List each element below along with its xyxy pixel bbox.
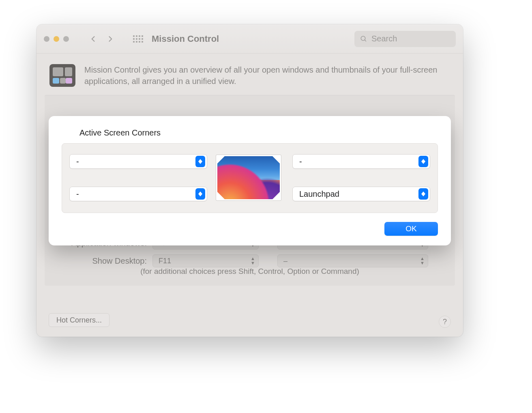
chevron-updown-icon: ▲▼ [251,256,255,265]
corner-marker-icon [272,156,280,163]
zoom-window-button[interactable] [63,36,69,42]
close-window-button[interactable] [44,36,49,42]
top-left-corner-select[interactable]: - [69,154,207,169]
shortcut-hint: (for additional choices press Shift, Con… [45,267,455,276]
chevron-updown-icon [195,188,205,200]
chevron-updown-icon [418,188,428,200]
titlebar: Mission Control Search [36,24,463,54]
forward-button[interactable] [105,33,116,45]
pane-description: Mission Control gives you an overview of… [84,64,450,87]
pane-header: Mission Control gives you an overview of… [36,54,463,95]
svg-point-0 [361,36,365,41]
hot-corners-sheet: Active Screen Corners - - [49,116,451,245]
chevron-updown-icon [418,156,428,167]
show-desktop-key-select[interactable]: F11 ▲▼ [152,254,259,267]
chevron-updown-icon: ▲▼ [420,256,425,265]
search-field[interactable]: Search [354,31,456,47]
hot-corners-button[interactable]: Hot Corners... [49,313,109,327]
corner-marker-icon [217,156,225,163]
back-button[interactable] [88,33,99,45]
ok-button[interactable]: OK [384,222,438,236]
corner-marker-icon [272,192,280,199]
sheet-title: Active Screen Corners [79,128,438,138]
svg-line-1 [365,40,366,41]
search-placeholder: Search [371,34,397,43]
chevron-updown-icon [195,156,205,167]
show-desktop-secondary-select[interactable]: – ▲▼ [277,254,428,267]
bottom-right-corner-select[interactable]: Launchpad [292,187,430,201]
window-controls [44,36,69,42]
preferences-window: Mission Control Search Mission Control g… [36,24,463,337]
minimize-window-button[interactable] [54,36,59,42]
bottom-left-corner-select[interactable]: - [69,187,207,201]
show-desktop-label: Show Desktop: [54,256,147,266]
show-all-prefs-icon[interactable] [133,34,143,44]
search-icon [360,35,367,43]
help-button[interactable]: ? [439,316,451,328]
window-title: Mission Control [152,34,219,44]
screen-preview [216,155,281,200]
top-right-corner-select[interactable]: - [292,154,430,169]
corner-marker-icon [217,192,225,199]
mission-control-icon [49,64,75,87]
corners-grid: - - - [62,143,438,213]
